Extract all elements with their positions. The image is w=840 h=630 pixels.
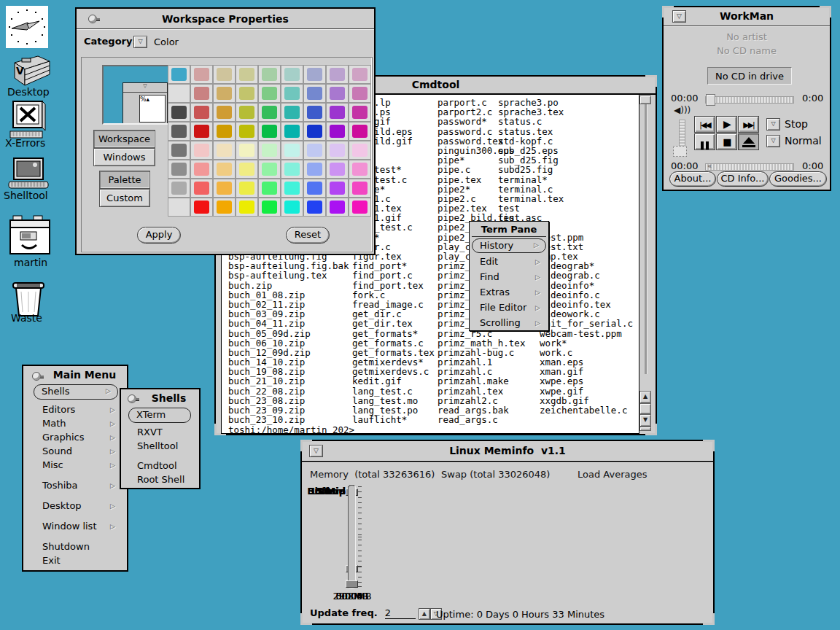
color-swatch[interactable]	[281, 103, 303, 122]
menu-item-xterm[interactable]: XTerm	[128, 408, 191, 423]
color-swatch[interactable]	[168, 141, 190, 160]
track-slider-thumb[interactable]	[706, 94, 715, 106]
color-swatch[interactable]	[236, 84, 258, 103]
color-swatch[interactable]	[326, 103, 349, 122]
gauge-track[interactable]	[348, 485, 356, 588]
color-swatch[interactable]	[281, 160, 303, 179]
color-swatch[interactable]	[258, 103, 281, 122]
menu-item[interactable]: Editors ▷	[23, 404, 127, 418]
color-swatch[interactable]	[281, 141, 303, 160]
color-swatch[interactable]	[168, 198, 190, 217]
resize-corner[interactable]	[703, 613, 715, 625]
update-freq-field[interactable]: 2	[385, 607, 416, 619]
color-swatch[interactable]	[258, 198, 281, 217]
color-swatch[interactable]	[258, 122, 281, 141]
color-swatch[interactable]	[213, 198, 236, 217]
color-swatch[interactable]	[190, 179, 213, 198]
menu-item[interactable]: Extras ▷	[470, 287, 548, 302]
color-swatch[interactable]	[349, 160, 371, 179]
goodies-button[interactable]: Goodies...	[769, 171, 827, 187]
color-swatch[interactable]	[213, 103, 236, 122]
desktop-icon[interactable]: V	[6, 54, 51, 90]
color-swatch[interactable]	[190, 65, 213, 84]
color-swatch[interactable]	[258, 160, 281, 179]
menu-item[interactable]: Edit ▷	[470, 256, 548, 271]
scrollbar-anchor-bottom[interactable]	[639, 427, 651, 431]
color-swatch[interactable]	[236, 198, 258, 217]
color-swatch[interactable]	[349, 198, 371, 217]
color-swatch[interactable]	[190, 122, 213, 141]
resize-corner[interactable]	[820, 6, 831, 18]
color-swatch[interactable]	[258, 65, 281, 84]
scrollbar[interactable]: ▲ ▼	[639, 94, 652, 431]
color-swatch[interactable]	[168, 65, 190, 84]
martin-printer-icon[interactable]	[7, 214, 52, 260]
gauge-knob[interactable]	[346, 580, 358, 588]
color-swatch[interactable]	[303, 84, 326, 103]
color-swatch[interactable]	[326, 179, 349, 198]
track-position-slider[interactable]	[705, 96, 794, 104]
color-swatch[interactable]	[303, 160, 326, 179]
color-swatch[interactable]	[303, 198, 326, 217]
scroll-down-icon[interactable]: ▼	[639, 414, 651, 427]
color-swatch[interactable]	[326, 198, 349, 217]
scrollbar-drag-box[interactable]	[639, 403, 651, 414]
color-swatch[interactable]	[326, 65, 349, 84]
scroll-up-icon[interactable]: ▲	[639, 391, 651, 403]
color-swatch[interactable]	[349, 103, 371, 122]
color-swatch[interactable]	[168, 84, 190, 103]
eject-button[interactable]	[738, 133, 759, 150]
menu-item[interactable]: Math ▷	[23, 418, 127, 432]
color-swatch[interactable]	[236, 160, 258, 179]
color-swatch[interactable]	[236, 122, 258, 141]
color-swatch[interactable]	[281, 65, 303, 84]
color-swatch[interactable]	[236, 179, 258, 198]
next-track-button[interactable]: ▶▶|	[738, 116, 759, 133]
color-swatch[interactable]	[303, 179, 326, 198]
color-swatch[interactable]	[213, 160, 236, 179]
color-swatch[interactable]	[281, 179, 303, 198]
color-swatch[interactable]	[326, 122, 349, 141]
color-swatch[interactable]	[303, 65, 326, 84]
color-swatch[interactable]	[303, 122, 326, 141]
color-swatch[interactable]	[168, 122, 190, 141]
category-dropdown-icon[interactable]: ▽	[133, 36, 147, 48]
color-swatch[interactable]	[281, 198, 303, 217]
color-swatch[interactable]	[258, 179, 281, 198]
menu-item[interactable]: Shutdown	[23, 541, 127, 555]
play-button[interactable]: ▶	[716, 116, 737, 133]
freq-increase-icon[interactable]: ▲	[419, 608, 430, 620]
color-swatch[interactable]	[326, 160, 349, 179]
window-menu-icon[interactable]: ▽	[309, 445, 323, 457]
menu-item[interactable]: Graphics ▷	[23, 432, 127, 446]
color-swatch[interactable]	[190, 141, 213, 160]
color-swatch[interactable]	[190, 103, 213, 122]
color-swatch[interactable]	[213, 122, 236, 141]
pushpin-icon[interactable]	[88, 14, 100, 24]
resize-corner[interactable]	[703, 440, 715, 451]
apply-button[interactable]: Apply	[137, 227, 181, 244]
color-swatch[interactable]	[213, 84, 236, 103]
shelltool-icon[interactable]	[7, 158, 51, 194]
stop-button[interactable]: ■	[716, 133, 737, 150]
color-swatch[interactable]	[236, 141, 258, 160]
volume-slider[interactable]	[679, 120, 685, 149]
custom-toggle-button[interactable]: Custom	[99, 189, 150, 207]
menu-item[interactable]: Window list ▷	[23, 521, 127, 534]
mode-dropdown-icon[interactable]: ▽	[766, 118, 780, 131]
menu-item[interactable]: Desktop ▷	[23, 500, 127, 514]
color-swatch[interactable]	[213, 65, 236, 84]
cd-position-slider[interactable]: «	[705, 163, 794, 171]
play-mode-dropdown-icon[interactable]: ▽	[766, 135, 780, 147]
menu-item-history[interactable]: History ▷	[472, 238, 546, 253]
volume-slider-thumb[interactable]	[673, 146, 687, 157]
color-swatch[interactable]	[326, 141, 349, 160]
menu-item[interactable]: RXVT	[121, 427, 199, 440]
color-swatch[interactable]	[258, 84, 281, 103]
windows-toggle-button[interactable]: Windows	[93, 148, 155, 166]
color-swatch[interactable]	[281, 84, 303, 103]
color-swatch[interactable]	[168, 103, 190, 122]
color-swatch[interactable]	[213, 179, 236, 198]
color-swatch[interactable]	[303, 103, 326, 122]
reset-button[interactable]: Reset	[286, 227, 330, 244]
